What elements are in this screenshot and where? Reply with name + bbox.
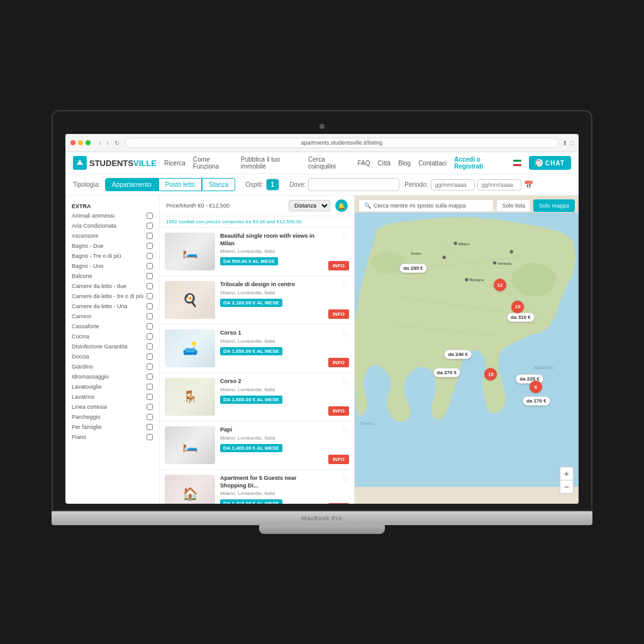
browser-url[interactable]: apartments.studentsville.it/listing [125, 138, 558, 148]
calendar-icon[interactable]: 📅 [524, 180, 533, 189]
listing-card: 🛋️ Corso 1 Milano, Lombardia, Italia DA … [160, 325, 354, 373]
logo[interactable]: STUDENTSVILLE [73, 156, 157, 170]
sidebar-item: Idromassaggio [65, 372, 159, 382]
info-button[interactable]: INFO [328, 309, 349, 319]
favorite-button[interactable]: ♡ [342, 330, 349, 338]
sidebar-checkbox[interactable] [147, 243, 153, 249]
svg-text:Venezia: Venezia [497, 261, 512, 265]
sidebar-checkbox[interactable] [147, 374, 153, 380]
listing-image: 🏠 [165, 475, 215, 504]
chat-button[interactable]: CHAT [529, 156, 571, 170]
periodo-from[interactable] [431, 179, 475, 191]
listing-title: Apartment for 5 Guests near Shopping Di.… [220, 475, 323, 489]
listing-info: Beautiful single room with views in Mila… [220, 233, 323, 270]
sidebar-item: Lavatrice [65, 392, 159, 402]
sidebar-item: Giardino [65, 362, 159, 372]
info-button[interactable]: INFO [328, 261, 349, 270]
bookmark-icon[interactable]: □ [570, 140, 574, 147]
tab-appartamento[interactable]: Appartamento [105, 178, 158, 191]
nav-faq[interactable]: FAQ [358, 160, 370, 167]
sidebar-checkbox[interactable] [147, 353, 153, 360]
sidebar-checkbox[interactable] [147, 233, 153, 239]
listing-location: Milano, Lombardia, Italia [220, 387, 323, 392]
listing-info: Apartment for 5 Guests near Shopping Di.… [220, 475, 323, 504]
sidebar-checkbox[interactable] [147, 253, 153, 259]
map-svg: Milano Venezia Bologna Torino [355, 196, 579, 504]
svg-point-11 [443, 255, 446, 258]
forward-button[interactable]: › [104, 139, 110, 147]
info-button[interactable]: INFO [328, 406, 349, 416]
map-pane[interactable]: 🔍 Cerca mentre mi sposto sulla mappa Sol… [355, 196, 579, 504]
refresh-button[interactable]: ↻ [113, 139, 121, 147]
periodo-to[interactable] [477, 179, 521, 191]
sidebar-checkbox[interactable] [147, 424, 153, 430]
favorite-button[interactable]: ♡ [342, 233, 349, 242]
nav-ricerca[interactable]: Ricerca [164, 160, 186, 167]
solo-lista-button[interactable]: Solo lista [496, 199, 531, 212]
sidebar-checkbox[interactable] [147, 303, 153, 309]
sidebar-item: Parcheggio [65, 412, 159, 422]
sidebar-checkbox[interactable] [147, 364, 153, 370]
sidebar-checkbox[interactable] [147, 293, 153, 299]
macbook-stand [259, 525, 385, 534]
language-flag[interactable] [513, 160, 521, 166]
dot-maximize[interactable] [86, 140, 91, 145]
dove-input[interactable] [308, 178, 399, 191]
sidebar-checkbox[interactable] [147, 273, 153, 279]
sidebar-section-title: EXTRA [65, 201, 159, 211]
sidebar-checkbox[interactable] [147, 404, 153, 410]
sidebar-checkbox[interactable] [147, 343, 153, 350]
svg-point-15 [372, 252, 405, 274]
nav-blog[interactable]: Blog [398, 160, 411, 167]
ospiti-select[interactable]: 1 [266, 179, 280, 191]
info-button[interactable]: INFO [328, 358, 349, 367]
nav-links: Ricerca Come Funziona Pubblica il tuo im… [164, 156, 571, 170]
sidebar-checkbox[interactable] [147, 434, 153, 440]
sidebar-checkbox[interactable] [147, 414, 153, 420]
dot-minimize[interactable] [78, 140, 83, 145]
favorite-button[interactable]: ♡ [342, 281, 349, 290]
zoom-in-button[interactable]: + [560, 467, 573, 480]
sidebar-checkbox[interactable] [147, 223, 153, 229]
periodo-group: Periodo: 📅 [404, 179, 533, 191]
listing-location: Milano, Lombardia, Italia [220, 338, 323, 344]
sidebar-item: Camere da letto - tre o di più [65, 291, 159, 301]
listing-location: Milano, Lombardia, Italia [220, 435, 323, 441]
listing-location: Milano, Lombardia, Italia [220, 290, 323, 296]
sidebar-checkbox[interactable] [147, 394, 153, 400]
sidebar-checkbox[interactable] [147, 384, 153, 390]
tab-posto-letto[interactable]: Posto letto [158, 178, 202, 191]
sidebar-checkbox[interactable] [147, 283, 153, 289]
bell-button[interactable]: 🔔 [335, 199, 348, 212]
nav-login[interactable]: Accedi o Registrati [454, 156, 506, 170]
info-button[interactable]: INFO [328, 503, 349, 504]
favorite-button[interactable]: ♡ [342, 475, 349, 484]
sidebar-checkbox[interactable] [147, 333, 153, 340]
macbook-display: ‹ › ↻ apartments.studentsville.it/listin… [65, 134, 579, 504]
share-icon[interactable]: ⬆ [562, 140, 567, 147]
sidebar-checkbox[interactable] [147, 213, 153, 219]
back-button[interactable]: ‹ [97, 139, 103, 147]
map-search-box[interactable]: 🔍 Cerca mentre mi sposto sulla mappa [358, 199, 494, 212]
sort-select[interactable]: Distanza [289, 200, 330, 211]
tab-stanza[interactable]: Stanza [202, 178, 235, 191]
sidebar-checkbox[interactable] [147, 263, 153, 269]
favorite-button[interactable]: ♡ [342, 378, 349, 387]
favorite-button[interactable]: ♡ [342, 426, 349, 435]
listing-price: DA 1,410.00 € AL MESE [220, 499, 282, 504]
dot-close[interactable] [70, 140, 75, 145]
sidebar-checkbox[interactable] [147, 313, 153, 319]
nav-citta[interactable]: Città [378, 160, 391, 167]
listing-image: 🪑 [165, 378, 215, 416]
nav-pubblica[interactable]: Pubblica il tuo immobile [241, 156, 301, 170]
nav-come-funziona[interactable]: Come Funziona [193, 156, 233, 170]
sidebar-checkbox[interactable] [147, 323, 153, 330]
zoom-out-button[interactable]: − [560, 480, 573, 493]
nav-cerca-coinquilini[interactable]: Cerca coinquilini [308, 156, 350, 170]
info-button[interactable]: INFO [328, 455, 349, 464]
solo-mappa-button[interactable]: Solo mappa [533, 199, 575, 212]
sidebar-item: Bagno - Due [65, 241, 159, 251]
tipologia-label: Tipologia: [73, 181, 100, 188]
nav-contattaci[interactable]: Contattaci [418, 160, 447, 167]
main-layout: EXTRA Animali ammessiAria CondizionataAs… [65, 196, 579, 504]
